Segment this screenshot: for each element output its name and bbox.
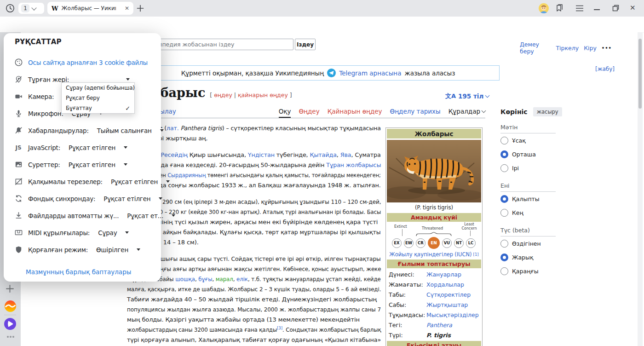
- restore-icon[interactable]: [612, 5, 619, 12]
- iucn-status-link[interactable]: Жойылу қаупіндегілер (IUCN) [1]: [387, 250, 481, 258]
- taxonomy-value[interactable]: Panthera: [426, 322, 452, 329]
- wiki-link[interactable]: Қытайда: [310, 151, 336, 158]
- avatar[interactable]: [539, 3, 549, 13]
- taxonomy-value[interactable]: Жыртқыштар: [426, 301, 468, 308]
- view-tab-құралдар[interactable]: Құралдар: [448, 108, 485, 118]
- radio-icon[interactable]: [500, 137, 508, 144]
- clock-history-icon[interactable]: [5, 3, 15, 13]
- banner-close-link[interactable]: [жабу]: [595, 66, 615, 72]
- wiki-link[interactable]: Ява: [340, 151, 351, 158]
- chevron-down-icon[interactable]: [126, 78, 130, 82]
- chevron-down-icon[interactable]: [125, 231, 129, 236]
- radio-selected-icon[interactable]: [500, 150, 508, 158]
- appearance-option[interactable]: Ұсақ: [500, 133, 558, 147]
- wiki-link[interactable]: Үндістан: [248, 151, 275, 158]
- more-dots-icon[interactable]: [7, 336, 14, 338]
- text-line: жолбарыстардың саны 3200 шамасында ғана …: [127, 325, 383, 335]
- radio-icon[interactable]: [500, 267, 508, 275]
- edit-source-link[interactable]: қайнарын өңдеу: [238, 92, 288, 98]
- menu-icon[interactable]: [575, 5, 584, 12]
- taxonomy-value[interactable]: Жануарлар: [426, 271, 461, 278]
- permission-value[interactable]: Рұқсат етілген: [69, 144, 115, 151]
- close-icon[interactable]: ✕: [630, 4, 636, 12]
- top-link[interactable]: Демеу беру: [520, 41, 551, 55]
- wiki-link[interactable]: елік: [236, 276, 248, 283]
- permission-label: Микрофон:: [28, 110, 63, 117]
- permission-value[interactable]: Рұқсат етілген: [104, 195, 150, 202]
- chevron-down-icon[interactable]: [124, 163, 127, 167]
- appearance-option[interactable]: Кең: [500, 206, 558, 219]
- chevron-down-icon[interactable]: [159, 197, 162, 202]
- iucn-code-ex: EX: [392, 238, 402, 248]
- plus-icon[interactable]: [6, 284, 14, 293]
- wiki-link[interactable]: шошқа: [175, 276, 195, 283]
- tiger-image[interactable]: [387, 140, 481, 202]
- bookmarks-icon[interactable]: [555, 4, 564, 13]
- taxonomy-value[interactable]: Мысықтәрізділер: [426, 311, 479, 318]
- cookie-files-link[interactable]: Осы сайтқа арналған 3 cookie файлы: [28, 59, 148, 66]
- chevron-down-icon[interactable]: [124, 146, 127, 150]
- chevron-down-icon[interactable]: [160, 129, 164, 133]
- more-options-icon[interactable]: •••: [602, 46, 612, 51]
- view-tab-қайнарын-өңдеу[interactable]: Қайнарын өңдеу: [328, 108, 382, 118]
- permission-value[interactable]: Тыйым салынған: [97, 127, 152, 134]
- wiki-link[interactable]: лат.: [167, 125, 179, 132]
- wiki-link[interactable]: Ресейдің: [161, 151, 187, 158]
- alice-assistant-icon[interactable]: [4, 318, 16, 330]
- menu-item[interactable]: Бұғаттау✓: [62, 103, 134, 113]
- radio-icon[interactable]: [500, 164, 508, 172]
- text-segment: түрі қорғауға алынып, Халықаралық табиға…: [127, 336, 381, 343]
- permission-value[interactable]: Рұқсат ет...: [127, 212, 163, 219]
- radio-icon[interactable]: [500, 240, 508, 248]
- browser-tab[interactable]: W Жолбарыс — Уикипеди ✕: [47, 2, 133, 15]
- taxonomy-label: Түрі:: [389, 332, 426, 339]
- view-tab-өңдеу[interactable]: Өңдеу: [299, 108, 319, 118]
- chevron-down-icon[interactable]: [166, 180, 170, 185]
- menu-item[interactable]: Рұқсат беру: [62, 93, 134, 103]
- menu-item[interactable]: Сұрау (әдепкі бойынша): [62, 83, 134, 93]
- all-content-settings-link[interactable]: Мазмұнның барлық баптаулары: [26, 268, 131, 276]
- appearance-option[interactable]: Орташа: [500, 147, 558, 161]
- permission-value[interactable]: Өшірілген: [96, 246, 128, 254]
- iucn-label-least-concern: LeastConcern: [459, 222, 480, 231]
- tab-close-icon[interactable]: ✕: [125, 5, 129, 12]
- wiki-link[interactable]: Тұран жолбарысы: [326, 161, 381, 168]
- yandex-browser-icon[interactable]: [5, 300, 16, 312]
- radio-selected-icon[interactable]: [500, 195, 508, 203]
- new-tab-icon[interactable]: [137, 5, 144, 12]
- top-link[interactable]: Тіркелу: [556, 45, 579, 52]
- taxonomy-value[interactable]: Сүтқоректілер: [426, 291, 471, 298]
- text-line: жолақтары айқын байқалады. Құлағы қысқа,…: [127, 227, 383, 237]
- hide-button[interactable]: жасыру: [533, 107, 562, 116]
- appearance-option[interactable]: Қараңғы: [500, 264, 558, 278]
- chevron-down-icon[interactable]: [137, 248, 140, 253]
- edit-link[interactable]: өңдеу: [214, 92, 232, 98]
- wiki-link[interactable]: бұғы: [198, 276, 212, 283]
- minimize-icon[interactable]: [594, 9, 600, 10]
- appearance-option[interactable]: Ірі: [500, 161, 558, 175]
- permission-value[interactable]: Сұрау: [98, 229, 117, 236]
- paragraph: Төсі, құлақ шығы ашық сары түсті. Сойдақ…: [127, 254, 383, 346]
- top-link[interactable]: Кіру: [584, 45, 597, 52]
- chevron-down-icon[interactable]: [172, 214, 175, 219]
- permission-row: Файлдарды автоматты жү...Рұқсат ет...: [14, 207, 152, 224]
- reference-link[interactable]: [3]: [277, 325, 282, 330]
- appearance-option[interactable]: Өздігінен: [500, 236, 558, 250]
- article-text: Жолбарыс (лат. Panthera tigris) – сүтқор…: [127, 123, 383, 346]
- wiki-link[interactable]: Сырдарияның: [167, 172, 206, 179]
- permission-value[interactable]: Рұқсат етілген: [69, 161, 115, 168]
- appearance-option[interactable]: Жарық: [500, 250, 558, 264]
- taxonomy-value[interactable]: Хордалылар: [426, 281, 464, 288]
- radio-selected-icon[interactable]: [500, 254, 508, 261]
- search-button[interactable]: Іздеу: [295, 39, 316, 50]
- telegram-link[interactable]: Telegram арнасына: [339, 69, 401, 77]
- appearance-option[interactable]: Қалыпты: [500, 192, 558, 206]
- radio-icon[interactable]: [500, 209, 508, 217]
- interwiki-link[interactable]: марал: [216, 276, 233, 283]
- language-selector[interactable]: 文А 195 тіл: [445, 92, 489, 100]
- permission-value[interactable]: Рұқсат етілген: [111, 178, 158, 185]
- tab-counter[interactable]: 1: [18, 3, 44, 14]
- view-tab-өңделу-тарихы[interactable]: Өңделу тарихы: [390, 108, 441, 118]
- view-tab-оқу[interactable]: Оқу: [279, 108, 291, 118]
- scrollbar-thumb[interactable]: [638, 39, 642, 109]
